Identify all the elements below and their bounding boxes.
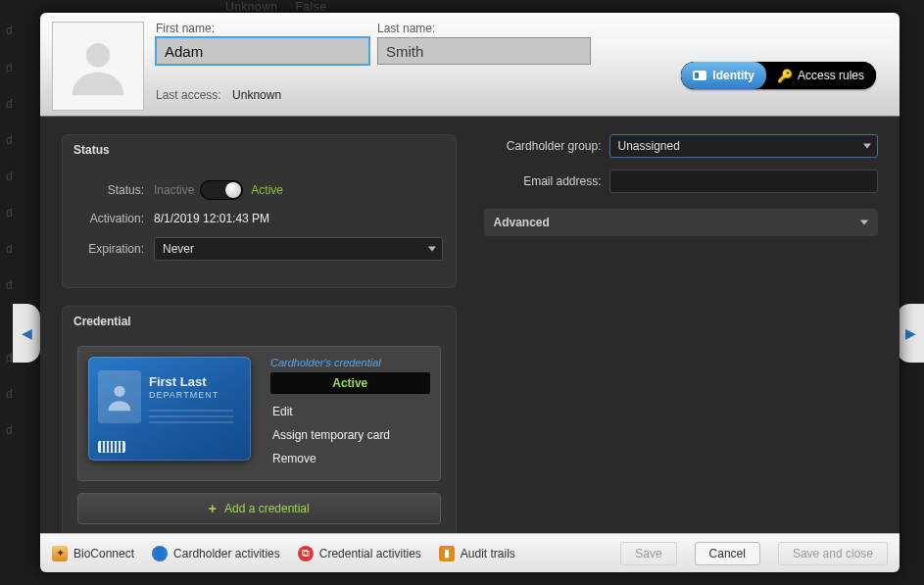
last-name-input[interactable]: [377, 37, 591, 65]
status-title: Status: [62, 134, 457, 163]
add-credential-button[interactable]: + Add a credential: [77, 493, 441, 524]
tab-access-rules[interactable]: 🔑 Access rules: [766, 62, 876, 89]
cancel-button[interactable]: Cancel: [695, 542, 760, 565]
chevron-down-icon: [428, 247, 436, 252]
active-label: Active: [251, 183, 283, 197]
avatar[interactable]: [52, 22, 144, 111]
last-access: Last access: Unknown: [156, 88, 888, 102]
credential-subtitle: Cardholder's credential: [270, 357, 430, 368]
svg-point-1: [114, 386, 124, 397]
expiration-select[interactable]: Never: [154, 237, 443, 261]
footer: ✦ BioConnect 👤 Cardholder activities ⧉ C…: [40, 533, 900, 572]
identity-icon: [693, 69, 706, 82]
credential-title: Credential: [62, 306, 457, 334]
key-icon: 🔑: [778, 69, 792, 82]
credential-group: Credential First Last DEPARTMENT: [62, 306, 457, 533]
background-header: UnknownFalse: [225, 0, 344, 14]
advanced-toggle[interactable]: Advanced: [484, 209, 879, 236]
activation-label: Activation:: [75, 212, 144, 225]
svg-point-0: [86, 43, 111, 67]
credential-card-image[interactable]: First Last DEPARTMENT: [88, 357, 251, 461]
chevron-down-icon: [863, 144, 871, 149]
credential-item: First Last DEPARTMENT Cardholder's crede…: [77, 346, 441, 481]
first-name-label: First name:: [156, 22, 369, 35]
prev-record-button[interactable]: ◀: [13, 304, 40, 363]
header: First name: Last name: Last access: Unkn…: [40, 13, 900, 117]
email-input[interactable]: [609, 170, 879, 193]
person-icon: [103, 377, 136, 416]
save-button[interactable]: Save: [620, 542, 676, 565]
person-icon: 👤: [152, 546, 168, 561]
credential-activities-link[interactable]: ⧉ Credential activities: [298, 546, 421, 561]
bioconnect-link[interactable]: ✦ BioConnect: [52, 546, 134, 561]
bioconnect-icon: ✦: [52, 546, 68, 561]
audit-trails-link[interactable]: ▮ Audit trails: [439, 546, 515, 561]
credential-status: Active: [270, 372, 430, 394]
email-label: Email address:: [484, 174, 602, 188]
cardholder-panel: First name: Last name: Last access: Unkn…: [40, 13, 900, 572]
chevron-down-icon: [860, 220, 868, 225]
expiration-label: Expiration:: [75, 242, 144, 256]
tab-switcher: Identity 🔑 Access rules: [681, 62, 876, 89]
barcode-icon: [98, 441, 125, 453]
cardholder-group-label: Cardholder group:: [484, 139, 602, 153]
credential-icon: ⧉: [298, 546, 314, 561]
plus-icon: +: [209, 501, 217, 516]
cardholder-activities-link[interactable]: 👤 Cardholder activities: [152, 546, 280, 561]
credential-remove[interactable]: Remove: [270, 447, 430, 470]
save-and-close-button[interactable]: Save and close: [778, 542, 888, 565]
next-record-button[interactable]: ▶: [897, 304, 924, 363]
last-name-label: Last name:: [377, 22, 591, 35]
status-label: Status:: [75, 183, 144, 197]
tab-identity[interactable]: Identity: [681, 62, 766, 89]
credential-assign-temp[interactable]: Assign temporary card: [270, 423, 430, 447]
first-name-input[interactable]: [156, 37, 369, 65]
person-icon: [64, 32, 132, 101]
audit-icon: ▮: [439, 546, 455, 561]
credential-edit[interactable]: Edit: [270, 400, 430, 423]
inactive-label: Inactive: [154, 183, 194, 197]
cardholder-group-select[interactable]: Unassigned: [609, 134, 879, 158]
status-toggle[interactable]: [200, 180, 243, 200]
activation-value: 8/1/2019 12:01:43 PM: [154, 212, 443, 225]
status-group: Status Status: Inactive Active Activatio…: [62, 134, 457, 288]
